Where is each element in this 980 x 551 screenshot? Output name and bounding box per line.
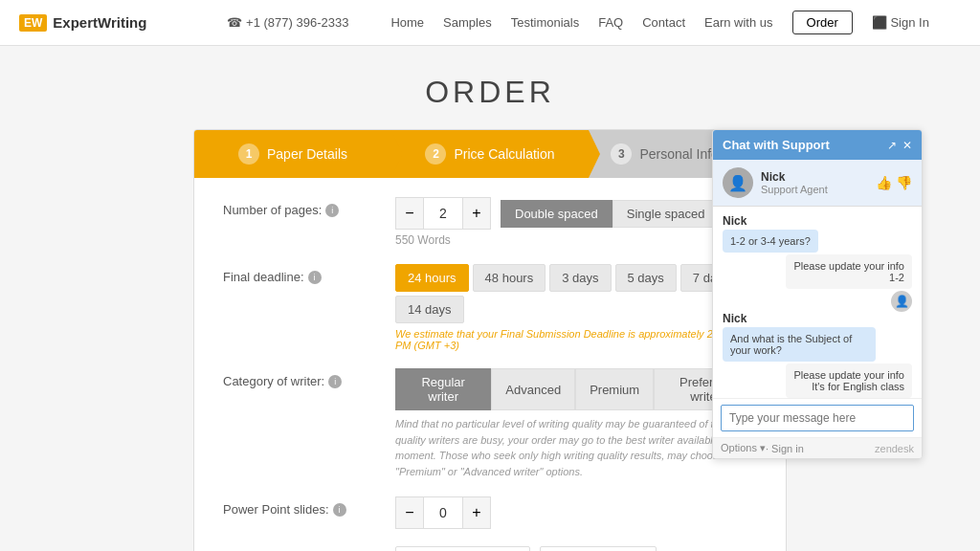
slides-counter-row: − 0 + [395,496,757,529]
chat-footer: Options ▾ · Sign in zendesk [713,437,922,458]
features-list: Plagiarism Report $9.99 i Abstract Page … [395,546,757,551]
pages-plus-button[interactable]: + [462,197,491,230]
step-1-label: Paper Details [267,146,347,162]
step-price-calculation[interactable]: 2 Price Calculation [391,130,589,178]
deadline-buttons: 24 hours 48 hours 3 days 5 days 7 days 1… [395,264,757,323]
writer-premium[interactable]: Premium [575,368,654,410]
msg-4-bubble: Please update your infoIt's for English … [786,364,912,398]
chat-input-area [713,398,922,437]
thumbs-up-button[interactable]: 👍 [876,175,892,190]
features-row: Additional features: i Plagiarism Report… [223,546,757,551]
nav-links: Home Samples Testimonials FAQ Contact Ea… [390,11,929,34]
nav-testimonials[interactable]: Testimonials [511,15,580,30]
nav-home[interactable]: Home [390,15,424,30]
user-avatar-1: 👤 [891,291,912,312]
nav-earn[interactable]: Earn with us [704,15,773,30]
chat-footer-options[interactable]: Options ▾ [721,442,766,454]
thumbs-down-button[interactable]: 👎 [896,175,912,190]
writer-info-icon[interactable]: i [328,375,342,388]
deadline-48h[interactable]: 48 hours [473,264,546,292]
chat-footer-signin: · Sign in [766,443,804,454]
step-1-circle: 1 [238,143,259,165]
writer-buttons: Regular writer Advanced Premium Preferre… [395,368,757,410]
page-title-area: ORDER [0,46,980,129]
deadline-info-icon[interactable]: i [308,271,322,284]
features-label: Additional features: i [223,546,395,551]
chat-msg-3: Nick And what is the Subject of your wor… [723,312,912,325]
pages-control: − 2 + Double spaced Single spaced 550 Wo… [395,197,757,247]
brand-badge: EW [19,14,47,32]
chat-header: Chat with Support ↗ ✕ [713,130,922,160]
features-control: Plagiarism Report $9.99 i Abstract Page … [395,546,757,551]
pages-info-icon[interactable]: i [325,204,339,217]
pages-minus-button[interactable]: − [395,197,424,230]
pages-row: Number of pages: i − 2 + Double spaced S… [223,197,757,247]
step-2-circle: 2 [425,143,446,165]
phone-number: ☎ +1 (877) 396-2333 [227,15,348,30]
navbar: EW ExpertWriting ☎ +1 (877) 396-2333 Hom… [0,0,980,46]
slides-value: 0 [424,496,462,529]
msg-1-bubble: 1-2 or 3-4 years? [723,230,818,253]
single-spaced-button[interactable]: Single spaced [612,200,720,228]
chat-footer-zendesk: zendesk [875,443,914,454]
step-1-arrow [391,130,403,178]
brand-name: ExpertWriting [53,14,146,31]
pages-label: Number of pages: i [223,197,395,217]
steps-bar: 1 Paper Details 2 Price Calculation 3 Pe… [194,130,786,178]
chat-msg-1: Nick 1-2 or 3-4 years? [723,214,912,228]
writer-note: Mind that no particular level of writing… [395,416,757,479]
chat-input[interactable] [721,405,914,431]
deadline-row: Final deadline: i 24 hours 48 hours 3 da… [223,264,757,351]
agent-name: Nick [761,170,828,184]
msg-3-bubble: And what is the Subject of your work? [723,327,876,362]
writer-control: Regular writer Advanced Premium Preferre… [395,368,757,479]
slides-control: − 0 + [395,496,757,529]
nav-samples[interactable]: Samples [443,15,492,30]
words-hint: 550 Words [395,233,757,247]
double-spaced-button[interactable]: Double spaced [501,200,612,228]
deadline-label: Final deadline: i [223,264,395,284]
step-paper-details[interactable]: 1 Paper Details [194,130,391,178]
signin-button[interactable]: ⬛ Sign In [872,15,929,30]
page-title: ORDER [0,75,980,110]
deadline-control: 24 hours 48 hours 3 days 5 days 7 days 1… [395,264,757,351]
step-3-circle: 3 [611,143,632,165]
nav-faq[interactable]: FAQ [598,15,623,30]
deadline-24h[interactable]: 24 hours [395,264,469,292]
msg-1-sender: Nick [723,214,912,228]
writer-row: Category of writer: i Regular writer Adv… [223,368,757,479]
chat-close-button[interactable]: ✕ [902,139,912,152]
form-body: Number of pages: i − 2 + Double spaced S… [194,178,786,551]
order-button[interactable]: Order [792,11,853,34]
msg-2-bubble: Please update your info1-2 [786,254,912,289]
chat-header-actions: ↗ ✕ [887,139,912,152]
deadline-note: We estimate that your Final Submission D… [395,328,757,351]
writer-label: Category of writer: i [223,368,395,388]
slides-info-icon[interactable]: i [333,503,346,517]
chat-thumbs: 👍 👎 [876,175,912,190]
spacing-buttons: Double spaced Single spaced [501,200,719,228]
slides-plus-button[interactable]: + [462,496,491,529]
chat-header-title: Chat with Support [723,138,830,152]
pages-counter-row: − 2 + Double spaced Single spaced [395,197,757,230]
writer-advanced[interactable]: Advanced [491,368,575,410]
brand: EW ExpertWriting [19,14,146,32]
deadline-3d[interactable]: 3 days [549,264,611,292]
agent-role: Support Agent [761,184,828,195]
nav-contact[interactable]: Contact [642,15,685,30]
agent-avatar: 👤 [723,167,753,198]
feature-plagiarism[interactable]: Plagiarism Report $9.99 i [395,546,530,551]
chat-messages: Nick 1-2 or 3-4 years? Please update you… [713,207,922,398]
msg-3-sender: Nick [723,312,912,325]
slides-row: Power Point slides: i − 0 + [223,496,757,529]
deadline-5d[interactable]: 5 days [615,264,677,292]
main-content: 1 Paper Details 2 Price Calculation 3 Pe… [0,129,980,551]
chat-agent-bar: 👤 Nick Support Agent 👍 👎 [713,160,922,207]
deadline-14d[interactable]: 14 days [395,296,464,323]
chat-widget: Chat with Support ↗ ✕ 👤 Nick Support Age… [712,129,923,459]
feature-abstract[interactable]: Abstract Page $14.99 i [540,546,656,551]
chat-expand-button[interactable]: ↗ [887,139,897,152]
slides-minus-button[interactable]: − [395,496,424,529]
writer-regular[interactable]: Regular writer [395,368,491,410]
pages-value: 2 [424,197,462,230]
